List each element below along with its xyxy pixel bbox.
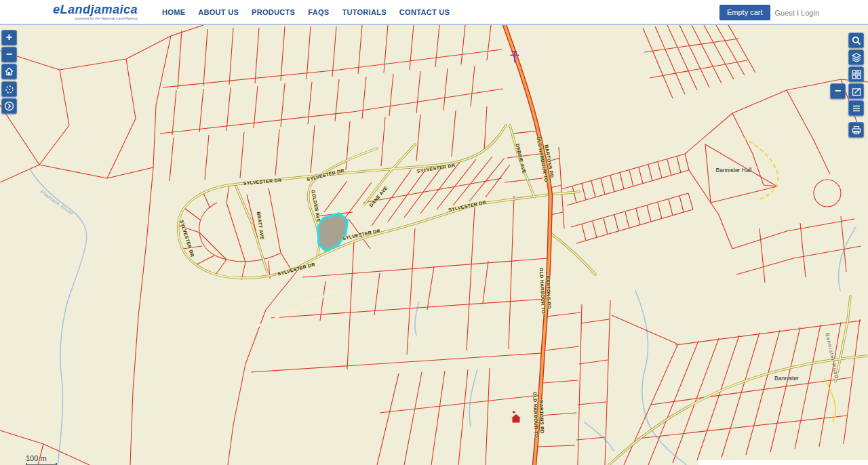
home-icon [5, 67, 14, 76]
logo[interactable]: eLandjamaica powered by the National Lan… [53, 3, 138, 20]
scale-bar-label: 100 m [26, 454, 57, 462]
attribution-bar [698, 460, 868, 465]
layers-icon [852, 53, 861, 62]
expand-panel-button[interactable] [1, 98, 17, 114]
guest-login-link[interactable]: Guest I Login [775, 9, 819, 17]
building-icon [511, 411, 521, 423]
search-icon [852, 36, 861, 45]
scale-bar: 100 m [26, 454, 57, 465]
nav-tutorials[interactable]: TUTORIALS [342, 8, 386, 16]
parcel-lines [0, 25, 868, 465]
nav-faqs[interactable]: FAQS [308, 8, 329, 16]
place-label-bannister: Bannister [774, 375, 799, 382]
legend-button[interactable] [848, 100, 864, 116]
measurement-button[interactable] [848, 83, 864, 99]
collapse-toolbar-button[interactable]: − [830, 83, 846, 99]
logo-tagline: powered by the National Land Agency [75, 16, 138, 20]
place-label-bannister-hall: Bannister Hall [715, 167, 752, 174]
locate-icon [5, 85, 14, 94]
zoom-out-button[interactable]: − [1, 47, 17, 62]
minor-roads [178, 125, 868, 465]
minus-icon: − [6, 49, 12, 60]
top-nav-bar: eLandjamaica powered by the National Lan… [0, 0, 868, 25]
printer-icon [852, 125, 861, 135]
main-nav: HOME ABOUT US PRODUCTS FAQS TUTORIALS CO… [162, 8, 450, 16]
nav-about-us[interactable]: ABOUT US [198, 8, 239, 16]
basemap-grid-icon [852, 70, 861, 79]
layer-list-button[interactable] [848, 49, 864, 65]
draw-icon [852, 87, 861, 96]
nav-products[interactable]: PRODUCTS [252, 8, 295, 16]
empty-cart-button[interactable]: Empty cart [719, 5, 770, 20]
highway-old-harbour-rd [505, 25, 551, 465]
logo-text: eLandjamaica [53, 3, 138, 16]
legend-icon [852, 104, 861, 113]
home-extent-button[interactable] [1, 64, 17, 79]
search-button[interactable] [848, 33, 864, 48]
map-canvas [0, 25, 868, 465]
track-road [252, 289, 339, 329]
header-right: Empty cart Guest I Login [719, 0, 819, 25]
nav-contact-us[interactable]: CONTACT US [399, 8, 450, 16]
my-location-button[interactable] [1, 81, 17, 97]
minus-icon: − [835, 85, 841, 96]
zoom-in-button[interactable]: + [1, 30, 17, 45]
arrow-circle-icon [4, 101, 14, 111]
print-button[interactable] [848, 122, 864, 138]
map-viewport[interactable]: SYLVESTER DR SYLVESTER DR SYLVESTER DR S… [0, 25, 868, 465]
plus-icon: + [6, 32, 12, 43]
nav-home[interactable]: HOME [162, 8, 185, 16]
basemap-gallery-button[interactable] [848, 66, 864, 82]
